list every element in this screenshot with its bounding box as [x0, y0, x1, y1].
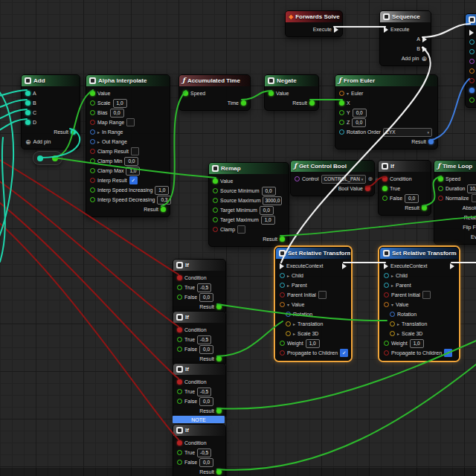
- value-input[interactable]: -0,5: [197, 283, 211, 292]
- green-input-pin[interactable]: [469, 97, 475, 103]
- green-input-pin[interactable]: [339, 110, 344, 115]
- node-sequence-1[interactable]: SequenceExecuteABAdd pin⊕: [379, 10, 431, 66]
- green-input-pin[interactable]: [177, 399, 182, 404]
- blue-output-pin[interactable]: [428, 139, 434, 144]
- node-if-16[interactable]: IfConditionTrue-0,5False0,0Result: [173, 363, 226, 419]
- value-input[interactable]: 10,0: [467, 184, 476, 193]
- checkbox[interactable]: [131, 147, 139, 155]
- node-from-euler-7[interactable]: ƒFrom Euler▾EulerXY0,0Z0,0Rotation Order…: [335, 74, 438, 149]
- orange-input-pin[interactable]: [339, 91, 344, 96]
- node-if-17[interactable]: IfConditionTrue-0,5False0,0Result: [173, 424, 226, 476]
- cyan-input-pin[interactable]: [339, 129, 344, 135]
- value-input[interactable]: 0,0: [199, 293, 213, 302]
- value-input[interactable]: 1,0: [261, 216, 275, 225]
- green-input-pin[interactable]: [90, 91, 95, 96]
- green-input-pin[interactable]: [177, 347, 182, 352]
- value-input[interactable]: 3000,0: [263, 196, 282, 205]
- orange-input-pin[interactable]: [384, 302, 389, 307]
- exec-in-pin[interactable]: [384, 27, 388, 33]
- bool-input-pin[interactable]: [90, 178, 95, 183]
- node-header[interactable]: ƒFrom Euler: [335, 75, 437, 86]
- node-header[interactable]: ƒTime Loop: [434, 161, 476, 172]
- magenta-input-pin[interactable]: [469, 59, 475, 64]
- node-time-loop-11[interactable]: ƒTime LoopSpeedDuration10,0NormalizeAbso…: [434, 160, 476, 245]
- checkbox[interactable]: [126, 118, 135, 126]
- node-remap-8[interactable]: RemapValueSource Minimum0,0Source Maximu…: [208, 162, 289, 247]
- value-input[interactable]: 0,0: [199, 458, 213, 467]
- teal-output-pin[interactable]: [71, 129, 76, 135]
- green-output-pin[interactable]: [161, 207, 166, 212]
- expander-icon[interactable]: ▸: [97, 139, 100, 144]
- green-input-pin[interactable]: [183, 91, 188, 96]
- expander-icon[interactable]: ▸: [391, 283, 393, 288]
- add-pin-icon[interactable]: ⊕: [421, 55, 427, 62]
- exec-in-pin[interactable]: [280, 263, 284, 269]
- checkbox[interactable]: ✓: [129, 176, 138, 184]
- cyan-input-pin[interactable]: [384, 283, 389, 288]
- checkbox[interactable]: ✓: [444, 349, 452, 357]
- green-input-pin[interactable]: [384, 341, 389, 346]
- node-header[interactable]: Set Relative Transform: [276, 248, 350, 259]
- value-input[interactable]: 0,0: [110, 109, 124, 118]
- green-output-pin[interactable]: [309, 100, 315, 106]
- expander-icon[interactable]: ▸: [293, 321, 295, 327]
- bool-input-pin[interactable]: [90, 149, 95, 154]
- expanded-icon[interactable]: ▾: [347, 91, 349, 96]
- cyan-input-pin[interactable]: [469, 49, 475, 54]
- expander-icon[interactable]: ▸: [397, 321, 399, 327]
- bool-input-pin[interactable]: [177, 275, 182, 280]
- value-input[interactable]: 1,0: [410, 339, 424, 348]
- bool-input-pin[interactable]: [90, 120, 95, 125]
- green-input-pin[interactable]: [177, 450, 182, 455]
- node-negate-6[interactable]: NegateValueResult: [264, 74, 319, 111]
- yellow-input-pin[interactable]: [286, 331, 291, 336]
- bool-input-pin[interactable]: [382, 176, 387, 181]
- green-input-pin[interactable]: [177, 285, 182, 290]
- bool-input-pin[interactable]: [280, 292, 285, 298]
- value-input[interactable]: 0,0: [199, 345, 213, 354]
- green-input-pin[interactable]: [382, 186, 387, 191]
- magenta-input-pin[interactable]: [295, 176, 300, 181]
- green-input-pin[interactable]: [213, 208, 218, 213]
- bool-input-pin[interactable]: [384, 292, 389, 298]
- reroute-input-pin[interactable]: [37, 155, 43, 161]
- green-output-pin[interactable]: [280, 237, 285, 242]
- blue-input-pin[interactable]: [469, 88, 475, 93]
- green-input-pin[interactable]: [90, 110, 95, 115]
- node-header[interactable]: If: [173, 364, 225, 375]
- expander-icon[interactable]: ▸: [287, 273, 289, 278]
- node-set-relative-transform-13[interactable]: Set Relative TransformExecuteContext▸Chi…: [379, 247, 459, 361]
- value-input[interactable]: 0,0: [199, 397, 213, 406]
- node-set-relative-transform-12[interactable]: Set Relative TransformExecuteContext▸Chi…: [275, 247, 351, 361]
- node-header[interactable]: [466, 14, 476, 25]
- teal-input-pin[interactable]: [25, 100, 30, 106]
- exec-out-pin[interactable]: [334, 27, 338, 33]
- node-forwards-solve-0[interactable]: ◆Forwards SolveExecute: [285, 10, 343, 37]
- value-input[interactable]: 1,0: [113, 99, 127, 108]
- bool-input-pin[interactable]: [213, 227, 218, 232]
- green-output-pin[interactable]: [241, 100, 246, 106]
- orange-input-pin[interactable]: [280, 302, 285, 307]
- add-pin-icon[interactable]: ⊕: [25, 138, 31, 146]
- green-input-pin[interactable]: [90, 100, 95, 106]
- teal-input-pin[interactable]: [25, 91, 30, 96]
- bool-output-pin[interactable]: [365, 186, 370, 191]
- bool-input-pin[interactable]: [438, 196, 443, 201]
- checkbox[interactable]: [422, 291, 431, 299]
- teal-input-pin[interactable]: [25, 120, 30, 125]
- cyan-input-pin[interactable]: [280, 283, 285, 288]
- green-output-pin[interactable]: [216, 408, 222, 414]
- node-if-15[interactable]: IfConditionTrue-0,5False0,0Result: [173, 311, 226, 367]
- note-bubble[interactable]: NOTE: [173, 416, 225, 423]
- value-input[interactable]: 0,0: [260, 206, 274, 215]
- blue-input-pin[interactable]: [90, 139, 95, 144]
- node-if-10[interactable]: IfConditionTrueFalse0,0Result: [378, 160, 431, 216]
- expander-icon[interactable]: ▸: [97, 129, 100, 135]
- bool-input-pin[interactable]: [177, 440, 182, 446]
- green-output-pin[interactable]: [422, 205, 427, 210]
- node-header[interactable]: If: [173, 312, 225, 323]
- bool-input-pin[interactable]: [469, 78, 475, 83]
- node-header[interactable]: Sequence: [380, 11, 431, 22]
- browse-icon[interactable]: ⊕: [368, 176, 373, 183]
- green-input-pin[interactable]: [268, 91, 274, 96]
